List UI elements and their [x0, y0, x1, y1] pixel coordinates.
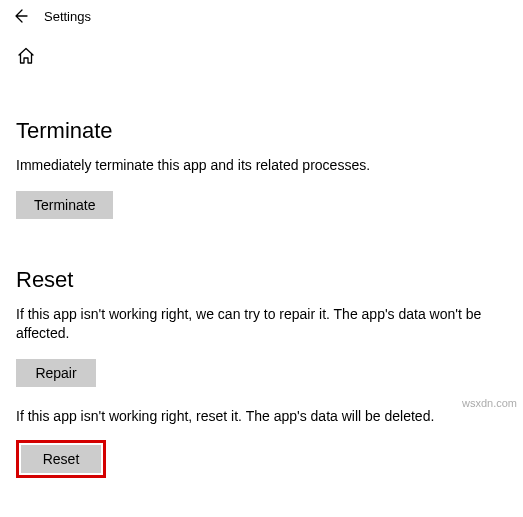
repair-button[interactable]: Repair: [16, 359, 96, 387]
watermark: wsxdn.com: [462, 397, 517, 409]
home-row: [0, 32, 523, 70]
terminate-button[interactable]: Terminate: [16, 191, 113, 219]
reset-desc: If this app isn't working right, reset i…: [16, 407, 507, 426]
home-icon[interactable]: [16, 46, 36, 66]
content-area: Terminate Immediately terminate this app…: [0, 118, 523, 478]
settings-title: Settings: [44, 9, 91, 24]
reset-section: Reset If this app isn't working right, w…: [16, 267, 507, 478]
reset-button[interactable]: Reset: [21, 445, 101, 473]
reset-heading: Reset: [16, 267, 507, 293]
terminate-heading: Terminate: [16, 118, 507, 144]
window-header: Settings: [0, 0, 523, 32]
back-icon[interactable]: [12, 8, 28, 24]
reset-highlight: Reset: [16, 440, 106, 478]
repair-desc: If this app isn't working right, we can …: [16, 305, 507, 343]
terminate-desc: Immediately terminate this app and its r…: [16, 156, 507, 175]
terminate-section: Terminate Immediately terminate this app…: [16, 118, 507, 219]
